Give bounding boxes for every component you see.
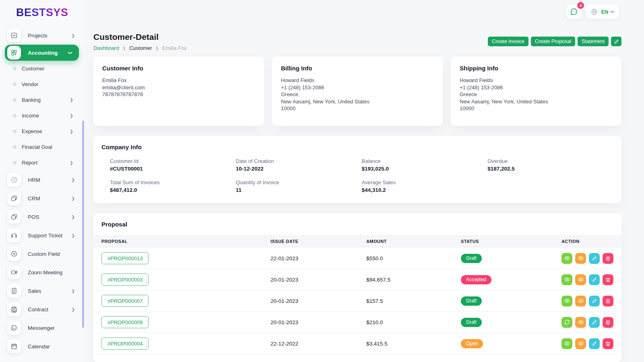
view-button[interactable] [561, 338, 572, 349]
status-badge: Draft [461, 296, 482, 306]
edit-customer-button[interactable] [611, 37, 621, 46]
proposal-link[interactable]: #PROP000013 [101, 252, 149, 264]
chevron-right-icon: ❯ [70, 129, 73, 134]
table-row: #PROP000003 20-01-2023 $94,657.5 Accepte… [93, 269, 621, 290]
issue-date-cell: 22-01-2023 [270, 255, 366, 261]
customer-phone: 78787878787878 [102, 91, 255, 98]
sidebar: BESTSYS Projects ❯ Accounting ❯ Customer… [0, 0, 85, 362]
preview-button[interactable] [575, 338, 586, 349]
sidebar-scrollbar-thumb[interactable] [82, 121, 84, 328]
sidebar-item-calendar[interactable]: Calendar [0, 337, 85, 356]
sidebar-subitem-vendor[interactable]: Vendor [0, 76, 85, 92]
sidebar-subitem-label: Income [22, 113, 39, 119]
sidebar-item-hrm[interactable]: HRM ❯ [0, 171, 85, 189]
brand-logo[interactable]: BESTSYS [16, 6, 68, 19]
edit-icon [592, 298, 597, 304]
sidebar-item-sales[interactable]: Sales ❯ [0, 282, 85, 300]
bullet-icon [13, 67, 16, 70]
delete-button[interactable] [603, 253, 613, 264]
company-field: Balance $193,025.0 [362, 158, 488, 172]
sidebar-item-support-ticket[interactable]: Support Ticket ❯ [0, 226, 85, 245]
customer-email: emilia@client.com [102, 84, 255, 91]
chevron-right-icon: ❯ [70, 113, 73, 118]
edit-button[interactable] [589, 317, 600, 328]
language-selector[interactable]: EN ❯ [586, 4, 619, 19]
sidebar-item-crm[interactable]: CRM ❯ [0, 189, 85, 208]
edit-button[interactable] [589, 274, 600, 285]
view-icon [564, 341, 570, 346]
company-field: Overdue $187,202.5 [487, 158, 613, 172]
sidebar-item-projects[interactable]: Projects ❯ [0, 26, 85, 45]
amount-cell: $3,415.5 [366, 341, 461, 347]
table-row: #PROP000004 22-12-2022 $3,415.5 Open [93, 333, 621, 354]
chat-icon [570, 7, 578, 16]
sidebar-subitem-label: Report [22, 160, 37, 166]
breadcrumb-customer[interactable]: Customer [129, 45, 152, 51]
delete-button[interactable] [603, 317, 613, 328]
sidebar-item-label: Sales [28, 288, 41, 294]
customer-info-card: Customer Info Emilia Fox emilia@client.c… [93, 57, 264, 126]
preview-button[interactable] [575, 296, 586, 306]
delete-button[interactable] [603, 274, 613, 285]
chat-bubble-icon [7, 321, 21, 335]
preview-button[interactable] [575, 317, 586, 328]
sidebar-item-pos[interactable]: POS ❯ [0, 208, 85, 226]
chevron-right-icon: ❯ [156, 46, 159, 50]
sidebar-item-label: Contract [28, 306, 48, 313]
create-proposal-button[interactable]: Create Proposal [531, 37, 575, 46]
column-header: ISSUE DATE [270, 239, 366, 244]
chevron-right-icon: ❯ [72, 178, 75, 182]
breadcrumb-current: Emilia Fox [162, 45, 187, 51]
company-field: Average Sales $44,310.2 [362, 179, 488, 193]
sidebar-item-zoom-meeting[interactable]: Zoom Meeting [0, 263, 85, 282]
proposal-link[interactable]: #PROP000009 [101, 316, 149, 328]
sidebar-subitem-report[interactable]: Report ❯ [0, 155, 85, 171]
sidebar-item-custom-field[interactable]: Custom Field [0, 245, 85, 263]
card-title: Customer Info [102, 65, 255, 72]
sidebar-subitem-expense[interactable]: Expense ❯ [0, 123, 85, 139]
issue-date-cell: 20-01-2023 [270, 319, 366, 325]
overlap-squares-icon [7, 210, 21, 224]
proposal-link[interactable]: #PROP000004 [101, 337, 149, 350]
sidebar-subitem-income[interactable]: Income ❯ [0, 108, 85, 123]
widgets-icon [7, 46, 21, 60]
status-badge: Accepted [461, 275, 491, 284]
view-button[interactable] [561, 253, 572, 264]
customer-name: Emilia Fox [102, 77, 255, 84]
sidebar-subitem-banking[interactable]: Banking ❯ [0, 92, 85, 108]
view-button[interactable] [561, 274, 572, 285]
sidebar-subitem-label: Finacial Goal [22, 144, 52, 150]
proposal-link[interactable]: #PROP000007 [101, 295, 149, 307]
page-title: Customer-Detail [93, 32, 187, 42]
proposal-link[interactable]: #PROP000003 [101, 274, 149, 286]
edit-icon [592, 256, 597, 261]
shipping-phone: +1 (248) 153-2086 [460, 84, 613, 91]
focus-dots-icon [7, 173, 21, 187]
sidebar-item-label: POS [28, 214, 39, 220]
sidebar-subitem-finacial-goal[interactable]: Finacial Goal [0, 139, 85, 155]
statement-button[interactable]: Statement [578, 37, 609, 46]
edit-button[interactable] [589, 296, 600, 306]
bullet-icon [13, 83, 16, 86]
sidebar-item-messenger[interactable]: Messenger [0, 319, 85, 337]
create-invoice-button[interactable]: Create Invoice [488, 37, 528, 46]
breadcrumb-dashboard[interactable]: Dashboard [93, 45, 119, 51]
sidebar-subitem-label: Expense [22, 128, 42, 134]
company-field: Quantity of Invoice 11 [236, 179, 362, 193]
info-cards-row: Customer Info Emilia Fox emilia@client.c… [93, 57, 621, 126]
chevron-down-icon: ❯ [611, 10, 615, 13]
preview-button[interactable] [575, 253, 586, 264]
sidebar-item-contract[interactable]: Contract ❯ [0, 300, 85, 319]
sidebar-subitem-customer[interactable]: Customer [0, 61, 85, 76]
edit-button[interactable] [589, 253, 600, 264]
delete-button[interactable] [603, 338, 613, 349]
sidebar-item-accounting[interactable]: Accounting ❯ [5, 45, 79, 61]
preview-button[interactable] [575, 274, 586, 285]
convert-button[interactable] [561, 317, 572, 328]
billing-info-card: Billing Info Howard Fields +1 (248) 153-… [272, 57, 443, 126]
view-button[interactable] [561, 296, 572, 306]
chat-button[interactable]: 0 [566, 4, 582, 19]
edit-button[interactable] [589, 338, 600, 349]
delete-button[interactable] [603, 296, 613, 306]
sidebar-menu: Projects ❯ Accounting ❯ Customer Vendor … [0, 26, 85, 356]
